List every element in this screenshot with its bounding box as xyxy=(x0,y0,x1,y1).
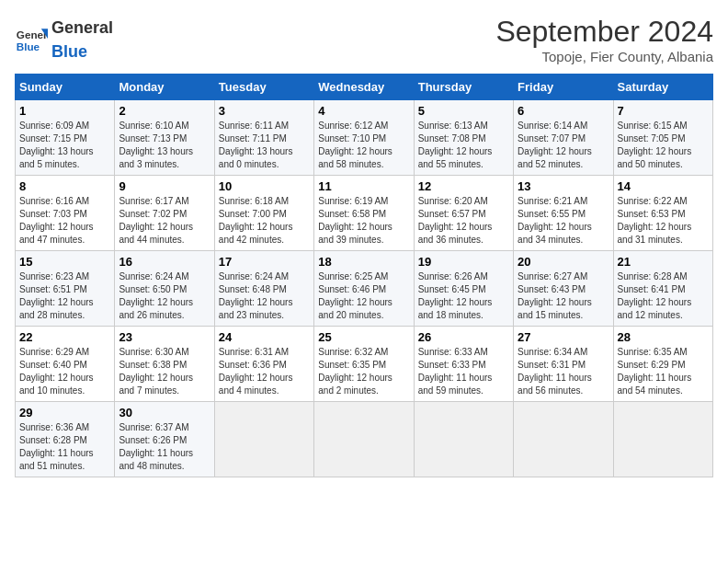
header-thursday: Thursday xyxy=(414,75,513,100)
calendar-cell: 9 Sunrise: 6:17 AM Sunset: 7:02 PM Dayli… xyxy=(115,176,214,251)
day-info: Sunrise: 6:15 AM Sunset: 7:05 PM Dayligh… xyxy=(618,120,709,171)
calendar-header: SundayMondayTuesdayWednesdayThursdayFrid… xyxy=(16,75,713,100)
calendar-cell: 14 Sunrise: 6:22 AM Sunset: 6:53 PM Dayl… xyxy=(613,176,712,251)
svg-text:Blue: Blue xyxy=(17,40,40,52)
calendar-cell: 22 Sunrise: 6:29 AM Sunset: 6:40 PM Dayl… xyxy=(16,327,115,402)
day-number: 29 xyxy=(19,406,110,419)
day-number: 18 xyxy=(318,255,409,269)
header-friday: Friday xyxy=(514,75,613,100)
calendar-cell: 27 Sunrise: 6:34 AM Sunset: 6:31 PM Dayl… xyxy=(514,327,613,402)
day-number: 3 xyxy=(219,104,310,118)
calendar-cell: 16 Sunrise: 6:24 AM Sunset: 6:50 PM Dayl… xyxy=(115,251,214,327)
day-info: Sunrise: 6:11 AM Sunset: 7:11 PM Dayligh… xyxy=(219,120,310,171)
calendar-week-3: 15 Sunrise: 6:23 AM Sunset: 6:51 PM Dayl… xyxy=(16,251,713,327)
calendar-cell: 21 Sunrise: 6:28 AM Sunset: 6:41 PM Dayl… xyxy=(613,251,712,327)
day-info: Sunrise: 6:24 AM Sunset: 6:48 PM Dayligh… xyxy=(219,270,310,322)
day-number: 20 xyxy=(518,255,609,269)
calendar-cell: 23 Sunrise: 6:30 AM Sunset: 6:38 PM Dayl… xyxy=(115,327,214,402)
calendar-cell: 1 Sunrise: 6:09 AM Sunset: 7:15 PM Dayli… xyxy=(16,100,115,176)
day-number: 24 xyxy=(219,330,310,344)
calendar-week-4: 22 Sunrise: 6:29 AM Sunset: 6:40 PM Dayl… xyxy=(16,327,713,402)
month-title: September 2024 xyxy=(495,15,713,49)
header-tuesday: Tuesday xyxy=(214,75,313,100)
calendar-cell: 12 Sunrise: 6:20 AM Sunset: 6:57 PM Dayl… xyxy=(414,176,513,251)
calendar-table: SundayMondayTuesdayWednesdayThursdayFrid… xyxy=(15,74,713,477)
day-number: 16 xyxy=(119,255,210,269)
day-number: 15 xyxy=(19,255,110,269)
calendar-cell: 18 Sunrise: 6:25 AM Sunset: 6:46 PM Dayl… xyxy=(314,251,414,327)
day-info: Sunrise: 6:22 AM Sunset: 6:53 PM Dayligh… xyxy=(618,195,709,247)
calendar-body: 1 Sunrise: 6:09 AM Sunset: 7:15 PM Dayli… xyxy=(16,100,713,477)
day-info: Sunrise: 6:20 AM Sunset: 6:57 PM Dayligh… xyxy=(418,195,509,247)
calendar-cell: 4 Sunrise: 6:12 AM Sunset: 7:10 PM Dayli… xyxy=(314,100,414,176)
calendar-cell: 17 Sunrise: 6:24 AM Sunset: 6:48 PM Dayl… xyxy=(214,251,313,327)
day-number: 1 xyxy=(19,104,110,118)
day-number: 28 xyxy=(618,330,709,344)
day-info: Sunrise: 6:37 AM Sunset: 6:26 PM Dayligh… xyxy=(119,421,210,473)
day-info: Sunrise: 6:10 AM Sunset: 7:13 PM Dayligh… xyxy=(119,120,210,171)
calendar-cell: 6 Sunrise: 6:14 AM Sunset: 7:07 PM Dayli… xyxy=(514,100,613,176)
calendar-cell: 29 Sunrise: 6:36 AM Sunset: 6:28 PM Dayl… xyxy=(16,402,115,477)
header-monday: Monday xyxy=(115,75,214,100)
calendar-week-1: 1 Sunrise: 6:09 AM Sunset: 7:15 PM Dayli… xyxy=(16,100,713,176)
header-row: SundayMondayTuesdayWednesdayThursdayFrid… xyxy=(16,75,713,100)
day-number: 22 xyxy=(19,330,110,344)
day-info: Sunrise: 6:21 AM Sunset: 6:55 PM Dayligh… xyxy=(518,195,609,247)
day-info: Sunrise: 6:33 AM Sunset: 6:33 PM Dayligh… xyxy=(418,346,509,397)
day-info: Sunrise: 6:35 AM Sunset: 6:29 PM Dayligh… xyxy=(618,346,709,397)
day-number: 5 xyxy=(418,104,509,118)
day-info: Sunrise: 6:29 AM Sunset: 6:40 PM Dayligh… xyxy=(19,346,110,397)
day-number: 4 xyxy=(318,104,409,118)
day-number: 9 xyxy=(119,179,210,193)
calendar-cell: 13 Sunrise: 6:21 AM Sunset: 6:55 PM Dayl… xyxy=(514,176,613,251)
calendar-cell: 19 Sunrise: 6:26 AM Sunset: 6:45 PM Dayl… xyxy=(414,251,513,327)
calendar-cell: 24 Sunrise: 6:31 AM Sunset: 6:36 PM Dayl… xyxy=(214,327,313,402)
title-block: September 2024 Topoje, Fier County, Alba… xyxy=(495,15,713,64)
day-number: 30 xyxy=(119,406,210,419)
day-info: Sunrise: 6:26 AM Sunset: 6:45 PM Dayligh… xyxy=(418,270,509,322)
calendar-cell: 5 Sunrise: 6:13 AM Sunset: 7:08 PM Dayli… xyxy=(414,100,513,176)
day-info: Sunrise: 6:19 AM Sunset: 6:58 PM Dayligh… xyxy=(318,195,409,247)
day-number: 17 xyxy=(219,255,310,269)
calendar-week-2: 8 Sunrise: 6:16 AM Sunset: 7:03 PM Dayli… xyxy=(16,176,713,251)
day-number: 26 xyxy=(418,330,509,344)
day-number: 11 xyxy=(318,179,409,193)
calendar-cell: 30 Sunrise: 6:37 AM Sunset: 6:26 PM Dayl… xyxy=(115,402,214,477)
day-number: 2 xyxy=(119,104,210,118)
day-number: 6 xyxy=(518,104,609,118)
calendar-cell xyxy=(414,402,513,477)
day-info: Sunrise: 6:34 AM Sunset: 6:31 PM Dayligh… xyxy=(518,346,609,397)
calendar-week-5: 29 Sunrise: 6:36 AM Sunset: 6:28 PM Dayl… xyxy=(16,402,713,477)
day-number: 14 xyxy=(618,179,709,193)
calendar-cell xyxy=(613,402,712,477)
calendar-cell: 3 Sunrise: 6:11 AM Sunset: 7:11 PM Dayli… xyxy=(214,100,313,176)
calendar-cell: 7 Sunrise: 6:15 AM Sunset: 7:05 PM Dayli… xyxy=(613,100,712,176)
day-info: Sunrise: 6:28 AM Sunset: 6:41 PM Dayligh… xyxy=(618,270,709,322)
day-info: Sunrise: 6:13 AM Sunset: 7:08 PM Dayligh… xyxy=(418,120,509,171)
calendar-cell xyxy=(314,402,414,477)
day-number: 19 xyxy=(418,255,509,269)
day-info: Sunrise: 6:36 AM Sunset: 6:28 PM Dayligh… xyxy=(19,421,110,473)
header-saturday: Saturday xyxy=(613,75,712,100)
logo-blue: Blue xyxy=(51,42,87,61)
day-number: 27 xyxy=(518,330,609,344)
day-info: Sunrise: 6:32 AM Sunset: 6:35 PM Dayligh… xyxy=(318,346,409,397)
page-header: General Blue General Blue September 2024… xyxy=(15,15,713,64)
day-number: 10 xyxy=(219,179,310,193)
calendar-cell: 20 Sunrise: 6:27 AM Sunset: 6:43 PM Dayl… xyxy=(514,251,613,327)
calendar-cell xyxy=(514,402,613,477)
day-number: 23 xyxy=(119,330,210,344)
calendar-cell xyxy=(214,402,313,477)
day-info: Sunrise: 6:27 AM Sunset: 6:43 PM Dayligh… xyxy=(518,270,609,322)
calendar-cell: 11 Sunrise: 6:19 AM Sunset: 6:58 PM Dayl… xyxy=(314,176,414,251)
day-number: 12 xyxy=(418,179,509,193)
calendar-cell: 15 Sunrise: 6:23 AM Sunset: 6:51 PM Dayl… xyxy=(16,251,115,327)
day-info: Sunrise: 6:17 AM Sunset: 7:02 PM Dayligh… xyxy=(119,195,210,247)
day-info: Sunrise: 6:30 AM Sunset: 6:38 PM Dayligh… xyxy=(119,346,210,397)
logo: General Blue General Blue xyxy=(15,15,113,63)
day-number: 25 xyxy=(318,330,409,344)
day-info: Sunrise: 6:09 AM Sunset: 7:15 PM Dayligh… xyxy=(19,120,110,171)
calendar-cell: 8 Sunrise: 6:16 AM Sunset: 7:03 PM Dayli… xyxy=(16,176,115,251)
location-subtitle: Topoje, Fier County, Albania xyxy=(495,49,713,64)
day-info: Sunrise: 6:31 AM Sunset: 6:36 PM Dayligh… xyxy=(219,346,310,397)
